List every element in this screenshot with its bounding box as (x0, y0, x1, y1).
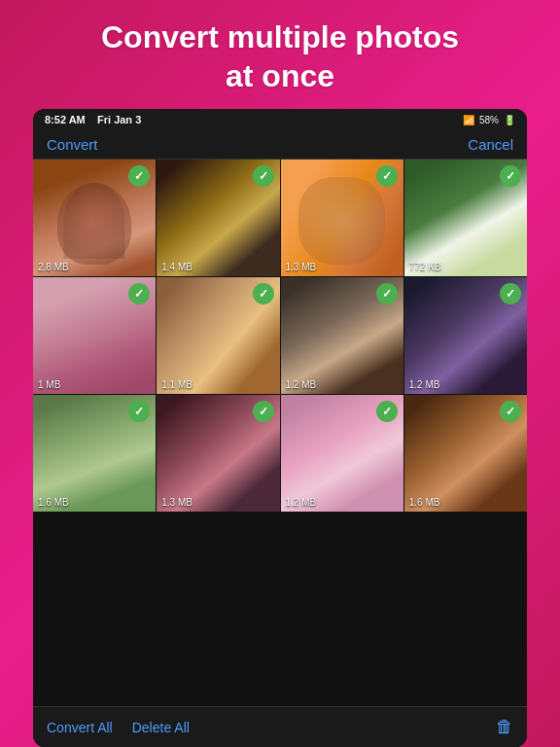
status-bar: 8:52 AM Fri Jan 3 📶 58% 🔋 (33, 109, 527, 130)
file-size-8: 1.2 MB (409, 379, 440, 390)
photo-grid: ✓ 2.8 MB ✓ 1.4 MB ✓ 1.3 MB ✓ 772 KB ✓ 1 … (33, 160, 527, 512)
check-badge-4: ✓ (500, 165, 521, 187)
file-size-10: 1.3 MB (161, 497, 192, 508)
cancel-button[interactable]: Cancel (468, 136, 513, 153)
file-size-9: 1.6 MB (38, 497, 69, 508)
file-size-11: 1.2 MB (286, 497, 317, 508)
hero-title: Convert multiple photosat once (82, 0, 478, 109)
file-size-3: 1.3 MB (286, 262, 317, 272)
file-size-5: 1 MB (38, 379, 60, 390)
file-size-4: 772 KB (409, 262, 441, 272)
photo-cell-6[interactable]: ✓ 1.1 MB (157, 277, 279, 394)
check-badge-11: ✓ (376, 401, 398, 422)
wifi-icon: 📶 (463, 115, 474, 125)
convert-button[interactable]: Convert (47, 136, 98, 153)
date-display: Fri Jan 3 (97, 114, 141, 125)
status-right: 📶 58% 🔋 (463, 115, 515, 125)
file-size-7: 1.2 MB (286, 379, 317, 390)
nav-bar: Convert Cancel (33, 130, 527, 160)
file-size-2: 1.4 MB (161, 262, 192, 272)
check-badge-7: ✓ (376, 283, 398, 304)
photo-cell-2[interactable]: ✓ 1.4 MB (157, 160, 279, 276)
convert-all-button[interactable]: Convert All (47, 720, 113, 735)
photo-cell-3[interactable]: ✓ 1.3 MB (281, 160, 403, 276)
check-badge-10: ✓ (253, 401, 274, 422)
file-size-12: 1.6 MB (409, 497, 440, 508)
phone-frame: 8:52 AM Fri Jan 3 📶 58% 🔋 Convert Cancel… (33, 109, 527, 747)
photo-cell-8[interactable]: ✓ 1.2 MB (404, 277, 527, 394)
photo-cell-9[interactable]: ✓ 1.6 MB (33, 395, 156, 512)
check-badge-6: ✓ (253, 283, 274, 304)
photo-cell-5[interactable]: ✓ 1 MB (33, 277, 156, 394)
bottom-bar: Convert All Delete All 🗑 (33, 706, 527, 747)
photo-cell-1[interactable]: ✓ 2.8 MB (33, 160, 156, 276)
battery-icon: 58% (479, 115, 499, 125)
photo-cell-10[interactable]: ✓ 1.3 MB (157, 395, 279, 512)
delete-all-button[interactable]: Delete All (132, 720, 190, 735)
photo-cell-4[interactable]: ✓ 772 KB (404, 160, 527, 276)
empty-area (33, 512, 527, 706)
photo-cell-7[interactable]: ✓ 1.2 MB (281, 277, 403, 394)
check-badge-3: ✓ (376, 165, 398, 187)
bottom-actions: Convert All Delete All (47, 720, 190, 735)
file-size-1: 2.8 MB (38, 262, 69, 272)
trash-icon[interactable]: 🗑 (496, 717, 513, 737)
check-badge-2: ✓ (253, 165, 274, 187)
time-display: 8:52 AM (45, 114, 86, 125)
file-size-6: 1.1 MB (161, 379, 192, 390)
status-time: 8:52 AM Fri Jan 3 (45, 114, 141, 125)
check-badge-8: ✓ (500, 283, 521, 304)
photo-cell-11[interactable]: ✓ 1.2 MB (281, 395, 403, 512)
battery-bar-icon: 🔋 (504, 115, 515, 125)
check-badge-12: ✓ (500, 401, 521, 422)
photo-cell-12[interactable]: ✓ 1.6 MB (404, 395, 527, 512)
